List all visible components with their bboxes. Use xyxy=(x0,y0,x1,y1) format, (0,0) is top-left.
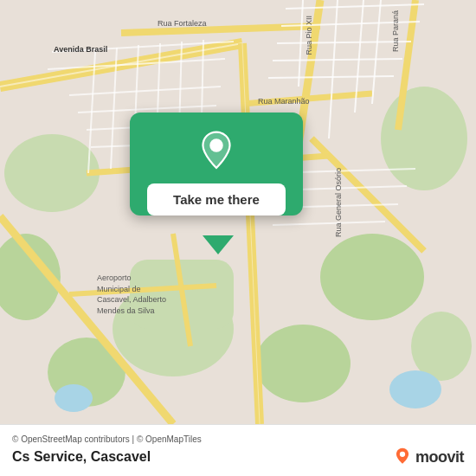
map-view[interactable]: Rua Fortaleza Avenida Brasil Rua Maranhã… xyxy=(0,0,476,424)
location-label: Cs Service, Cascavel xyxy=(12,449,151,465)
attribution-text: © OpenStreetMap contributors | © OpenMap… xyxy=(12,434,464,444)
svg-point-10 xyxy=(389,370,441,408)
popup-arrow xyxy=(203,235,234,254)
svg-point-11 xyxy=(55,384,93,412)
take-me-there-button[interactable]: Take me there xyxy=(147,183,286,215)
svg-point-50 xyxy=(209,138,223,152)
svg-point-7 xyxy=(255,325,351,402)
map-pin xyxy=(195,130,238,173)
svg-point-3 xyxy=(381,87,467,190)
moovit-logo: moovit xyxy=(393,447,464,466)
bottom-bar: © OpenStreetMap contributors | © OpenMap… xyxy=(0,424,476,476)
location-popup: Take me there xyxy=(130,113,303,215)
svg-point-1 xyxy=(4,134,100,212)
moovit-pin-icon xyxy=(393,447,412,466)
svg-point-4 xyxy=(320,234,424,320)
svg-point-51 xyxy=(400,452,405,457)
svg-point-5 xyxy=(411,312,472,381)
moovit-brand-text: moovit xyxy=(415,448,464,466)
